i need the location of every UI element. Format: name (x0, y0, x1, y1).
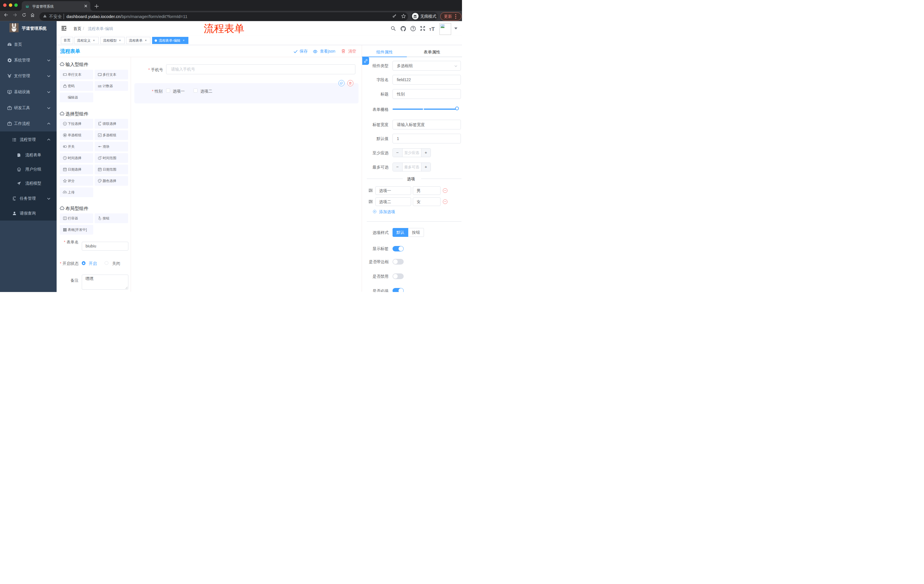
svg-text:123: 123 (98, 85, 101, 87)
